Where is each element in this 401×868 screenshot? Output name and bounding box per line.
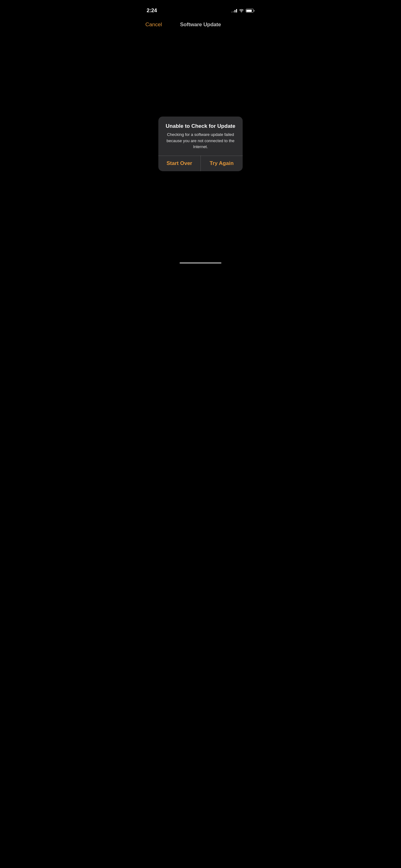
page-title: Software Update — [180, 22, 221, 28]
alert-body: Unable to Check for Update Checking for … — [158, 117, 243, 156]
status-bar: 2:24 — [139, 0, 262, 17]
alert-actions: Start Over Try Again — [158, 156, 243, 171]
signal-bars-icon — [231, 9, 237, 12]
status-time: 2:24 — [147, 7, 157, 14]
home-indicator — [179, 262, 222, 264]
alert-message: Checking for a software update failed be… — [163, 131, 238, 150]
wifi-icon — [239, 8, 244, 13]
alert-title: Unable to Check for Update — [163, 123, 238, 130]
status-icons — [231, 8, 255, 13]
alert-dialog: Unable to Check for Update Checking for … — [158, 117, 243, 171]
try-again-button[interactable]: Try Again — [201, 156, 243, 171]
main-content: Unable to Check for Update Checking for … — [139, 32, 262, 266]
battery-icon — [246, 9, 255, 12]
start-over-button[interactable]: Start Over — [158, 156, 201, 171]
cancel-button[interactable]: Cancel — [145, 22, 162, 28]
nav-bar: Cancel Software Update — [139, 17, 262, 32]
